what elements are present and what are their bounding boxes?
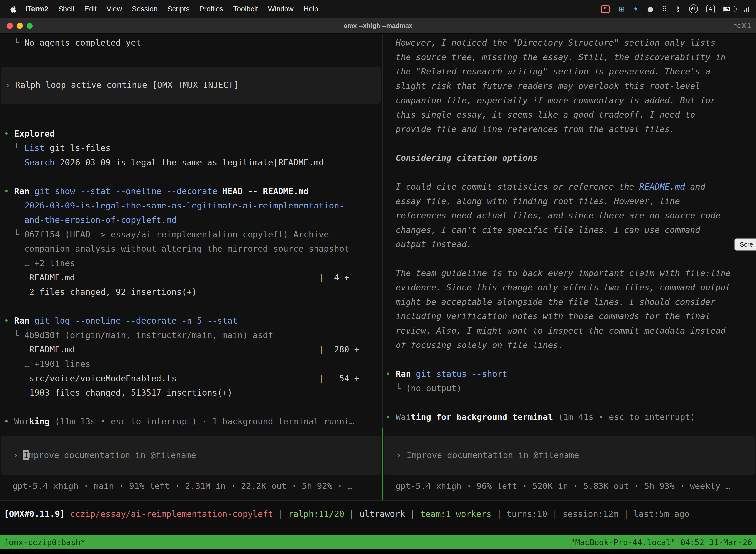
circle-app-icon[interactable]: ● [647, 5, 653, 12]
terminal-line: The team guideline is to back every impo… [383, 266, 756, 280]
terminal-line: of focusing solely on file lines. [383, 338, 756, 352]
model-status-left: gpt-5.4 xhigh · main · 91% left · 2.31M … [0, 479, 382, 493]
terminal-line: the "Related research writing" section i… [383, 64, 756, 79]
terminal-line: companion file, especially if more comme… [383, 93, 756, 108]
input-source-icon[interactable]: A [706, 5, 714, 13]
signal-icon[interactable] [743, 6, 749, 12]
prompt-text-right: › Improve documentation in @filename [384, 448, 755, 463]
terminal-line: └ 4b9d30f (origin/main, instructkr/main,… [0, 328, 382, 342]
terminal-line [383, 352, 756, 367]
terminal-line: • Explored [0, 126, 382, 141]
terminal-line: gpt-5.4 xhigh · main · 91% left · 2.31M … [0, 479, 382, 493]
zoom-button[interactable] [27, 22, 33, 29]
menu-item-window[interactable]: Window [263, 5, 298, 13]
terminal-output-right: However, I noticed the "Directory Struct… [383, 36, 756, 425]
terminal-line: › Ralph loop active continue [OMX_TMUX_I… [1, 78, 381, 92]
terminal-line: this single essay, it seems like a good … [383, 108, 756, 122]
terminal-line: └ 067f154 (HEAD -> essay/ai-reimplementa… [0, 227, 382, 242]
close-button[interactable] [7, 22, 13, 29]
terminal-line [0, 299, 382, 314]
terminal-output-left: • Explored └ List git ls-files Search 20… [0, 112, 382, 429]
dots-grid-icon[interactable]: ⠿ [662, 5, 667, 12]
terminal-line: including verification notes with those … [383, 309, 756, 324]
menu-item-edit[interactable]: Edit [79, 5, 102, 13]
key-icon[interactable]: ⚷ [675, 5, 680, 12]
terminal-line [383, 252, 756, 266]
menu-items: iTerm2 Shell Edit View Session Scripts P… [7, 5, 323, 13]
terminal-line: the source tree, missing the essay. Stil… [383, 50, 756, 64]
model-status-right: gpt-5.4 xhigh · 96% left · 520K in · 5.8… [383, 479, 756, 493]
grid-icon[interactable]: ⊞ [619, 5, 625, 12]
menu-item-view[interactable]: View [102, 5, 127, 13]
traffic-lights [0, 22, 33, 29]
screen: iTerm2 Shell Edit View Session Scripts P… [0, 0, 756, 554]
terminal-line: … +1901 lines [0, 357, 382, 371]
terminal-line: slight risk that future readers may over… [383, 79, 756, 93]
terminal-line: Considering citation options [383, 151, 756, 165]
right-pane[interactable]: However, I noticed the "Directory Struct… [383, 34, 756, 500]
terminal-line: gpt-5.4 xhigh · 96% left · 520K in · 5.8… [383, 479, 756, 493]
terminal-line: └ No agents completed yet [0, 36, 382, 50]
prompt-text-left: › Improve documentation in @filename [1, 448, 381, 463]
menu-item-shell[interactable]: Shell [53, 5, 79, 13]
terminal-line [0, 400, 382, 414]
terminal-line: However, I noticed the "Directory Struct… [383, 36, 756, 50]
spark-icon[interactable]: ✦ [633, 5, 639, 12]
tmux-host-time-label: "MacBook-Pro-44.local" 04:52 31-Mar-26 [570, 537, 752, 547]
menu-item-iterm2[interactable]: iTerm2 [20, 5, 53, 13]
terminal-line [0, 112, 382, 126]
minimize-button[interactable] [17, 22, 23, 29]
terminal-line: • Ran git show --stat --oneline --decora… [0, 184, 382, 199]
menu-item-scripts[interactable]: Scripts [163, 5, 194, 13]
window-title-bar[interactable]: omx --xhigh --madmax ⌥⌘1 [0, 18, 756, 34]
terminal-window: └ No agents completed yet › Ralph loop a… [0, 34, 756, 500]
terminal-line: 2026-03-09-is-legal-the-same-as-legitima… [0, 199, 382, 213]
menu-status-icons: ⊞ ✦ ● ⠿ ⚷ 61 A ϟ [601, 4, 749, 13]
terminal-line [383, 165, 756, 180]
terminal-line: output instead. [383, 237, 756, 252]
terminal-line: evidence. Since this change only affects… [383, 280, 756, 295]
macos-menu-bar: iTerm2 Shell Edit View Session Scripts P… [0, 0, 756, 18]
menu-item-help[interactable]: Help [299, 5, 323, 13]
menu-item-profiles[interactable]: Profiles [194, 5, 229, 13]
terminal-line: Search 2026-03-09-is-legal-the-same-as-l… [0, 155, 382, 170]
agent-status-output: └ No agents completed yet [0, 36, 382, 50]
terminal-line: [OMX#0.11.9] cczip/essay/ai-reimplementa… [0, 507, 756, 521]
terminal-line: 2 files changed, 92 insertions(+) [0, 285, 382, 299]
terminal-line: I could cite commit statistics or refere… [383, 180, 756, 194]
terminal-line [0, 170, 382, 184]
battery-icon[interactable]: ϟ [723, 6, 735, 12]
prompt-input-right[interactable]: › Improve documentation in @filename [384, 436, 755, 475]
menu-item-toolbelt[interactable]: Toolbelt [228, 5, 263, 13]
menu-item-session[interactable]: Session [127, 5, 163, 13]
terminal-line: might be acceptable alongside the file l… [383, 295, 756, 309]
terminal-line: companion analysis without altering the … [0, 242, 382, 256]
screen-overlay-button[interactable]: Scre [735, 238, 756, 251]
omx-status-bar: [OMX#0.11.9] cczip/essay/ai-reimplementa… [0, 500, 756, 535]
tmux-session-label: [omx-cczip0:bash* [4, 537, 85, 547]
terminal-line: changes, I can't cite specific file line… [383, 223, 756, 237]
terminal-line: references need actual files, and since … [383, 209, 756, 223]
window-shortcut-label: ⌥⌘1 [734, 22, 756, 29]
ralph-loop-banner: › Ralph loop active continue [OMX_TMUX_I… [1, 66, 381, 104]
terminal-line: provide file and line references from th… [383, 122, 756, 136]
screen-recording-icon[interactable] [601, 5, 611, 13]
terminal-line: README.md | 4 + [0, 271, 382, 285]
terminal-line [383, 396, 756, 410]
prompt-input-left[interactable]: › Improve documentation in @filename [1, 436, 381, 475]
charging-bolt-icon: ϟ [727, 5, 730, 11]
terminal-line: • Working (11m 13s • esc to interrupt) ·… [0, 414, 382, 429]
bottom-gap [0, 549, 756, 554]
terminal-line: review. Also, I might want to inspect th… [383, 324, 756, 338]
terminal-line: README.md | 280 + [0, 342, 382, 357]
apple-logo-icon[interactable] [7, 5, 20, 13]
left-pane[interactable]: └ No agents completed yet › Ralph loop a… [0, 34, 382, 500]
terminal-line: 1903 files changed, 513517 insertions(+) [0, 386, 382, 400]
tmux-status-bar: [omx-cczip0:bash* "MacBook-Pro-44.local"… [0, 535, 756, 549]
terminal-line: and-the-erosion-of-copyleft.md [0, 213, 382, 227]
terminal-line: • Waiting for background terminal (1m 41… [383, 410, 756, 425]
terminal-line: └ List git ls-files [0, 141, 382, 155]
battery-percent-icon[interactable]: 61 [689, 4, 698, 13]
terminal-line: … +2 lines [0, 256, 382, 271]
window-title: omx --xhigh --madmax [0, 22, 756, 29]
